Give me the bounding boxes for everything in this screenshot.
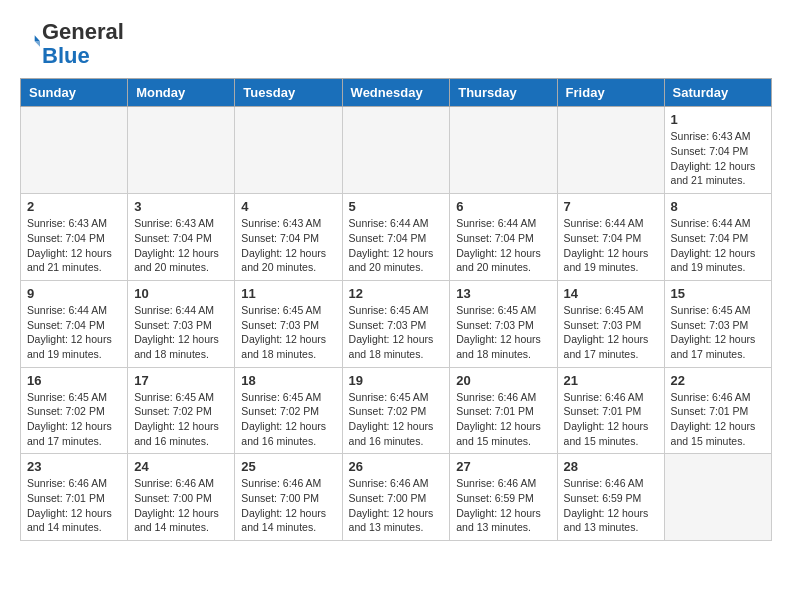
day-number: 4 (241, 199, 335, 214)
calendar-cell (664, 454, 771, 541)
calendar-cell: 23Sunrise: 6:46 AM Sunset: 7:01 PM Dayli… (21, 454, 128, 541)
calendar-cell: 17Sunrise: 6:45 AM Sunset: 7:02 PM Dayli… (128, 367, 235, 454)
day-info: Sunrise: 6:45 AM Sunset: 7:02 PM Dayligh… (27, 390, 121, 449)
day-number: 13 (456, 286, 550, 301)
day-info: Sunrise: 6:44 AM Sunset: 7:04 PM Dayligh… (349, 216, 444, 275)
day-info: Sunrise: 6:44 AM Sunset: 7:04 PM Dayligh… (456, 216, 550, 275)
day-number: 26 (349, 459, 444, 474)
calendar-cell: 18Sunrise: 6:45 AM Sunset: 7:02 PM Dayli… (235, 367, 342, 454)
day-info: Sunrise: 6:46 AM Sunset: 7:00 PM Dayligh… (241, 476, 335, 535)
day-number: 5 (349, 199, 444, 214)
calendar-cell: 7Sunrise: 6:44 AM Sunset: 7:04 PM Daylig… (557, 194, 664, 281)
day-number: 14 (564, 286, 658, 301)
day-info: Sunrise: 6:43 AM Sunset: 7:04 PM Dayligh… (27, 216, 121, 275)
calendar-cell: 28Sunrise: 6:46 AM Sunset: 6:59 PM Dayli… (557, 454, 664, 541)
calendar-cell: 11Sunrise: 6:45 AM Sunset: 7:03 PM Dayli… (235, 280, 342, 367)
day-info: Sunrise: 6:46 AM Sunset: 7:00 PM Dayligh… (134, 476, 228, 535)
day-number: 2 (27, 199, 121, 214)
day-number: 3 (134, 199, 228, 214)
calendar-cell: 26Sunrise: 6:46 AM Sunset: 7:00 PM Dayli… (342, 454, 450, 541)
day-number: 24 (134, 459, 228, 474)
calendar-cell (342, 107, 450, 194)
calendar-cell (235, 107, 342, 194)
day-number: 22 (671, 373, 765, 388)
logo-icon (20, 32, 40, 52)
day-info: Sunrise: 6:45 AM Sunset: 7:02 PM Dayligh… (349, 390, 444, 449)
calendar-week-5: 23Sunrise: 6:46 AM Sunset: 7:01 PM Dayli… (21, 454, 772, 541)
calendar-week-4: 16Sunrise: 6:45 AM Sunset: 7:02 PM Dayli… (21, 367, 772, 454)
day-number: 10 (134, 286, 228, 301)
day-info: Sunrise: 6:45 AM Sunset: 7:03 PM Dayligh… (349, 303, 444, 362)
day-info: Sunrise: 6:46 AM Sunset: 7:01 PM Dayligh… (27, 476, 121, 535)
day-number: 9 (27, 286, 121, 301)
day-info: Sunrise: 6:43 AM Sunset: 7:04 PM Dayligh… (241, 216, 335, 275)
day-number: 28 (564, 459, 658, 474)
day-info: Sunrise: 6:45 AM Sunset: 7:03 PM Dayligh… (564, 303, 658, 362)
calendar-week-3: 9Sunrise: 6:44 AM Sunset: 7:04 PM Daylig… (21, 280, 772, 367)
day-number: 21 (564, 373, 658, 388)
day-info: Sunrise: 6:44 AM Sunset: 7:04 PM Dayligh… (27, 303, 121, 362)
weekday-thursday: Thursday (450, 79, 557, 107)
calendar-cell: 21Sunrise: 6:46 AM Sunset: 7:01 PM Dayli… (557, 367, 664, 454)
day-info: Sunrise: 6:46 AM Sunset: 6:59 PM Dayligh… (564, 476, 658, 535)
calendar-cell: 25Sunrise: 6:46 AM Sunset: 7:00 PM Dayli… (235, 454, 342, 541)
day-info: Sunrise: 6:46 AM Sunset: 6:59 PM Dayligh… (456, 476, 550, 535)
page-header: GeneralBlue (20, 20, 772, 68)
day-info: Sunrise: 6:45 AM Sunset: 7:03 PM Dayligh… (671, 303, 765, 362)
calendar-cell: 9Sunrise: 6:44 AM Sunset: 7:04 PM Daylig… (21, 280, 128, 367)
day-number: 18 (241, 373, 335, 388)
day-number: 15 (671, 286, 765, 301)
calendar-cell: 13Sunrise: 6:45 AM Sunset: 7:03 PM Dayli… (450, 280, 557, 367)
day-info: Sunrise: 6:44 AM Sunset: 7:04 PM Dayligh… (671, 216, 765, 275)
day-info: Sunrise: 6:46 AM Sunset: 7:01 PM Dayligh… (456, 390, 550, 449)
calendar-cell (450, 107, 557, 194)
calendar-cell: 15Sunrise: 6:45 AM Sunset: 7:03 PM Dayli… (664, 280, 771, 367)
day-info: Sunrise: 6:46 AM Sunset: 7:01 PM Dayligh… (564, 390, 658, 449)
weekday-monday: Monday (128, 79, 235, 107)
weekday-tuesday: Tuesday (235, 79, 342, 107)
calendar-cell: 2Sunrise: 6:43 AM Sunset: 7:04 PM Daylig… (21, 194, 128, 281)
day-number: 6 (456, 199, 550, 214)
calendar-cell: 20Sunrise: 6:46 AM Sunset: 7:01 PM Dayli… (450, 367, 557, 454)
calendar-cell: 16Sunrise: 6:45 AM Sunset: 7:02 PM Dayli… (21, 367, 128, 454)
calendar-body: 1Sunrise: 6:43 AM Sunset: 7:04 PM Daylig… (21, 107, 772, 541)
day-number: 1 (671, 112, 765, 127)
weekday-sunday: Sunday (21, 79, 128, 107)
day-info: Sunrise: 6:46 AM Sunset: 7:00 PM Dayligh… (349, 476, 444, 535)
calendar-cell: 3Sunrise: 6:43 AM Sunset: 7:04 PM Daylig… (128, 194, 235, 281)
weekday-header-row: SundayMondayTuesdayWednesdayThursdayFrid… (21, 79, 772, 107)
day-number: 16 (27, 373, 121, 388)
calendar-cell: 8Sunrise: 6:44 AM Sunset: 7:04 PM Daylig… (664, 194, 771, 281)
day-info: Sunrise: 6:43 AM Sunset: 7:04 PM Dayligh… (134, 216, 228, 275)
calendar-week-2: 2Sunrise: 6:43 AM Sunset: 7:04 PM Daylig… (21, 194, 772, 281)
weekday-saturday: Saturday (664, 79, 771, 107)
day-info: Sunrise: 6:45 AM Sunset: 7:03 PM Dayligh… (456, 303, 550, 362)
calendar-week-1: 1Sunrise: 6:43 AM Sunset: 7:04 PM Daylig… (21, 107, 772, 194)
day-number: 19 (349, 373, 444, 388)
calendar-cell: 5Sunrise: 6:44 AM Sunset: 7:04 PM Daylig… (342, 194, 450, 281)
day-info: Sunrise: 6:43 AM Sunset: 7:04 PM Dayligh… (671, 129, 765, 188)
calendar-cell (128, 107, 235, 194)
day-info: Sunrise: 6:44 AM Sunset: 7:03 PM Dayligh… (134, 303, 228, 362)
weekday-friday: Friday (557, 79, 664, 107)
day-number: 17 (134, 373, 228, 388)
svg-marker-1 (35, 42, 40, 47)
calendar-table: SundayMondayTuesdayWednesdayThursdayFrid… (20, 78, 772, 541)
day-number: 8 (671, 199, 765, 214)
calendar-cell: 14Sunrise: 6:45 AM Sunset: 7:03 PM Dayli… (557, 280, 664, 367)
day-info: Sunrise: 6:46 AM Sunset: 7:01 PM Dayligh… (671, 390, 765, 449)
weekday-wednesday: Wednesday (342, 79, 450, 107)
calendar-cell: 4Sunrise: 6:43 AM Sunset: 7:04 PM Daylig… (235, 194, 342, 281)
calendar-cell: 22Sunrise: 6:46 AM Sunset: 7:01 PM Dayli… (664, 367, 771, 454)
calendar-cell (21, 107, 128, 194)
day-info: Sunrise: 6:45 AM Sunset: 7:02 PM Dayligh… (134, 390, 228, 449)
day-number: 11 (241, 286, 335, 301)
calendar-cell: 12Sunrise: 6:45 AM Sunset: 7:03 PM Dayli… (342, 280, 450, 367)
day-number: 27 (456, 459, 550, 474)
day-info: Sunrise: 6:45 AM Sunset: 7:03 PM Dayligh… (241, 303, 335, 362)
calendar-cell (557, 107, 664, 194)
calendar-cell: 27Sunrise: 6:46 AM Sunset: 6:59 PM Dayli… (450, 454, 557, 541)
day-number: 12 (349, 286, 444, 301)
day-info: Sunrise: 6:45 AM Sunset: 7:02 PM Dayligh… (241, 390, 335, 449)
day-number: 23 (27, 459, 121, 474)
